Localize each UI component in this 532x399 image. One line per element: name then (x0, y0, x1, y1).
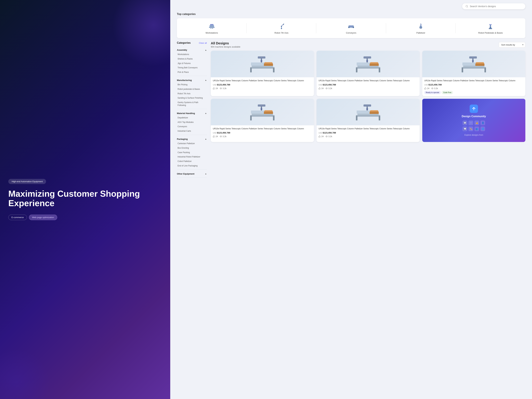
comm-icon-like: 👍 (475, 120, 479, 125)
svg-rect-28 (489, 28, 492, 29)
products-header: All Designs 904 machine designs availabl… (211, 41, 525, 48)
other-header[interactable]: Other Equipment ▲ (177, 171, 207, 176)
svg-rect-64 (469, 56, 477, 58)
cat-conveyors[interactable]: Conveyors (316, 20, 386, 37)
svg-rect-21 (352, 26, 352, 27)
product-card-3[interactable]: UR10e Rapid Series Telescopic Column Pal… (422, 51, 525, 96)
tag-ecommerce[interactable]: E-commerce (8, 215, 27, 220)
cat-robot7axis[interactable]: Robot 7th Axis (247, 20, 316, 37)
views-5: 3.2k (325, 135, 332, 138)
cat-palletizer-label: Palletizer (416, 32, 425, 34)
clear-all-link[interactable]: Clear all (199, 42, 207, 44)
views-4: 3.2k (220, 135, 226, 138)
product-stats-3: 24 3.2k (424, 87, 523, 90)
svg-point-69 (432, 88, 433, 89)
svg-line-1 (467, 7, 468, 7)
packaging-header[interactable]: Packaging ▲ (177, 136, 207, 141)
product-title-5: UR10e Rapid Series Telescopic Column Pal… (318, 127, 418, 130)
assembly-name: Assembly (177, 49, 187, 51)
cat-item-shelves[interactable]: Shelves & Racks (177, 57, 207, 61)
cat-workstations[interactable]: Workstations (177, 20, 247, 37)
cat-item-casepacking[interactable]: Case Packing (177, 150, 207, 155)
cat-item-cartesian[interactable]: Cartesian Palletizer (177, 141, 207, 146)
product-price-5: USD$123,456.789 (318, 132, 418, 134)
cat-item-agv[interactable]: AGV Top Modules (177, 120, 207, 125)
manufacturing-header[interactable]: Manufacturing ▲ (177, 77, 207, 82)
cat-item-workstations[interactable]: Workstations (177, 52, 207, 57)
cat-item-bin[interactable]: Bin Picking (177, 82, 207, 87)
top-categories-section: Top categories Workstations (170, 9, 532, 41)
product-card-4[interactable]: UR10e Rapid Series Telescopic Column Pal… (211, 99, 314, 142)
svg-rect-29 (490, 27, 491, 28)
svg-rect-40 (258, 56, 266, 58)
cat-item-gantry[interactable]: Gantry Systems & Path Following (177, 100, 207, 108)
assembly-header[interactable]: Assembly ▲ (177, 47, 207, 52)
product-card-5[interactable]: UR10e Rapid Series Telescopic Column Pal… (317, 99, 420, 142)
cat-robotpedestals[interactable]: Robot Pedestals & Bases (456, 20, 525, 37)
product-info-1: UR10e Rapid Series Telescopic Column Pal… (211, 77, 314, 92)
svg-point-27 (420, 24, 421, 25)
product-price-3: USD$123,456.789 (424, 83, 523, 86)
cat-item-pick[interactable]: Pick & Place (177, 70, 207, 75)
hero-title: Maximizing Customer Shopping Experience (8, 189, 162, 208)
svg-rect-73 (273, 116, 274, 120)
views-2: 3.2k (325, 87, 332, 90)
robotpedestals-icon (487, 22, 494, 30)
likes-5: 24 (318, 135, 323, 138)
product-card-1[interactable]: UR10e Rapid Series Telescopic Column Pal… (211, 51, 314, 96)
cat-item-robot7axis[interactable]: Robot 7th Axis (177, 91, 207, 96)
search-bar-area (170, 0, 532, 9)
svg-rect-82 (356, 115, 380, 117)
svg-point-13 (283, 24, 284, 25)
sort-select[interactable]: Sort results by Price: Low to High Price… (499, 42, 525, 48)
products-grid: UR10e Rapid Series Telescopic Column Pal… (211, 51, 525, 142)
svg-rect-84 (356, 116, 357, 120)
hero-badge: High-end Automation Equipment (8, 179, 46, 184)
top-categories-title: Top categories (177, 13, 525, 16)
svg-rect-58 (462, 67, 486, 69)
comm-icon-edit: ✏️ (469, 127, 473, 131)
likes-4: 24 (213, 135, 218, 138)
svg-rect-23 (419, 27, 422, 28)
tag-optimization[interactable]: Web page optimization (29, 215, 57, 220)
product-card-2[interactable]: UR10e Rapid Series Telescopic Column Pal… (317, 51, 420, 96)
cat-item-endofline[interactable]: End of Line Packaging (177, 164, 207, 168)
product-info-3: UR10e Rapid Series Telescopic Column Pal… (422, 77, 525, 96)
cat-item-box[interactable]: Box Erecting (177, 146, 207, 150)
category-group-manufacturing: Manufacturing ▲ Bin Picking Robot pedest… (177, 77, 207, 109)
svg-rect-70 (250, 115, 274, 117)
cat-robotpedestals-label: Robot Pedestals & Bases (478, 32, 503, 34)
hero-tags: E-commerce Web page optimization (8, 215, 162, 220)
cat-item-industrial-carts[interactable]: Industrial Carts (177, 129, 207, 133)
product-image-2 (317, 51, 420, 77)
search-input[interactable] (470, 5, 522, 8)
cat-item-robotpedestals[interactable]: Robot pedestals & Bases (177, 87, 207, 91)
svg-rect-78 (264, 112, 273, 114)
cat-item-sanding[interactable]: Sanding & Surface Finishing (177, 96, 207, 100)
svg-point-65 (472, 60, 474, 62)
product-stats-1: 24 3.2k (213, 87, 312, 90)
cat-item-timing[interactable]: Timing Belt Conveyors (177, 65, 207, 70)
product-stats-2: 24 3.2k (318, 87, 418, 90)
product-price-1: USD$123,456.789 (213, 83, 312, 86)
community-card[interactable]: Design Community 💬 ♡ 👍 👤 💭 ✏️ 👥 🌐 Explor… (422, 99, 525, 142)
comm-icon-heart: ♡ (469, 120, 473, 125)
sidebar-header: Categories Clear all (177, 41, 207, 44)
cat-item-depalletizer[interactable]: Depalletizer (177, 115, 207, 120)
comm-icon-chat: 💬 (462, 120, 467, 125)
svg-rect-61 (484, 68, 486, 72)
svg-rect-42 (264, 64, 273, 66)
cat-item-conveyors-mat[interactable]: Conveyors (177, 124, 207, 129)
svg-rect-30 (490, 25, 491, 27)
search-wrapper (462, 3, 525, 9)
svg-rect-85 (379, 116, 380, 120)
cat-item-jigs[interactable]: Jigs & Fixtures (177, 61, 207, 66)
assembly-chevron: ▲ (205, 49, 207, 51)
svg-point-93 (326, 136, 327, 137)
product-price-4: USD$123,456.789 (213, 132, 312, 134)
svg-rect-90 (370, 112, 379, 114)
material-header[interactable]: Material Handling ▲ (177, 110, 207, 115)
cat-palletizer[interactable]: Palletizer (386, 20, 456, 37)
cat-item-cobot[interactable]: Cobot Palletizer (177, 159, 207, 164)
cat-item-industrial-robot-pal[interactable]: Industrial Robot Palletizer (177, 155, 207, 159)
